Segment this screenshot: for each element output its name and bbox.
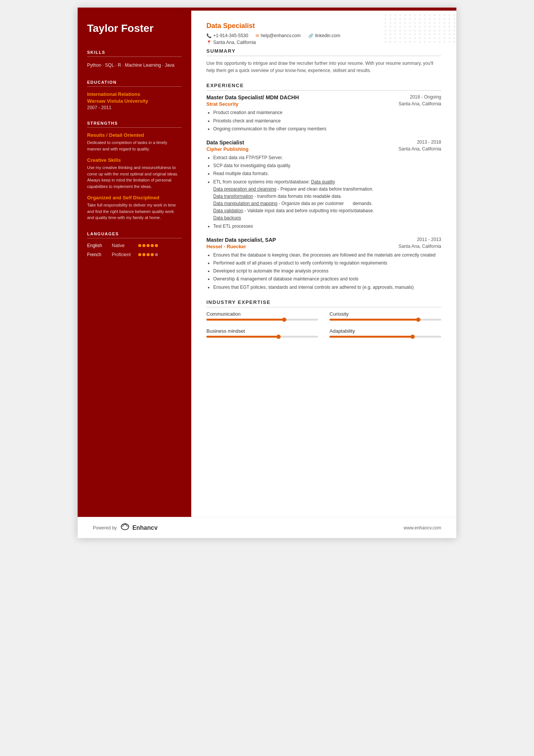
dot-5 <box>155 244 158 247</box>
dot-f5 <box>155 253 158 256</box>
enhancv-logo: Enhancv <box>120 523 158 532</box>
expertise-bar-bg-business <box>206 336 318 338</box>
decorative-dot <box>453 22 455 24</box>
enhancv-brand: Enhancv <box>132 524 158 531</box>
exp-header-2: Data Specialist 2013 - 2018 <box>206 139 441 146</box>
bullet-1-2: Pricelists check and maintenance <box>213 117 441 125</box>
decorative-dot <box>443 26 445 28</box>
expertise-label-curiosity: Curiosity <box>329 311 441 317</box>
linkedin-item: 🔗 linkedin.com <box>308 33 340 38</box>
skills-items: Python · SQL · R · Machine Learning · Ja… <box>87 61 182 70</box>
decorative-dot <box>409 18 411 20</box>
exp-date-1: 2018 - Ongoing <box>410 94 441 100</box>
bullet-2-1: Extract data via FTP/SFTP Server. <box>213 154 441 161</box>
languages-title: LANGUAGES <box>87 232 182 238</box>
expertise-bar-bg-communication <box>206 319 318 321</box>
bullet-3-1: Ensures that the database is keeping cle… <box>213 252 441 259</box>
dot-f4 <box>151 253 154 256</box>
decorative-dot <box>404 18 406 20</box>
decorative-dot <box>453 33 455 35</box>
bullet-3-4: Ownership & management of database maint… <box>213 275 441 283</box>
expertise-curiosity: Curiosity <box>329 311 441 321</box>
main-content: Data Specialist 📞 +1-914-345-5530 ✉ help… <box>191 11 456 517</box>
lang-dots-english <box>138 244 158 247</box>
decorative-dot <box>419 14 421 16</box>
education-university: Warsaw Vistula University <box>87 98 182 104</box>
decorative-dot <box>429 14 431 16</box>
resume-container: Taylor Foster SKILLS Python · SQL · R · … <box>78 8 456 538</box>
expertise-label-business: Business mindset <box>206 328 318 334</box>
lang-dots-french <box>138 253 158 256</box>
resume-body: Taylor Foster SKILLS Python · SQL · R · … <box>78 11 456 517</box>
bullet-1-1: Product creation and maintenance <box>213 109 441 116</box>
exp-location-3: Santa Ana, California <box>398 244 441 249</box>
decorative-dot <box>419 18 421 20</box>
decorative-dot <box>448 30 450 31</box>
strength-desc-3: Take full responsibility to deliver my w… <box>87 202 182 221</box>
decorative-dot <box>453 30 455 31</box>
decorative-dot <box>434 18 436 20</box>
strength-name-3: Organized and Self Disciplined <box>87 195 182 200</box>
decorative-dot <box>443 22 445 24</box>
decorative-dot <box>448 33 450 35</box>
strength-desc-2: Use my creative thinking and resourceful… <box>87 164 182 189</box>
lang-name-french: French <box>87 252 112 257</box>
dot-3 <box>147 244 150 247</box>
location-item: 📍 Santa Ana, California <box>206 40 256 45</box>
powered-by-text: Powered by <box>93 525 117 531</box>
lang-level-french: Proficient <box>112 252 138 257</box>
language-row-french: French Proficient <box>87 252 182 257</box>
decorative-dot <box>448 37 450 39</box>
decorative-dot <box>448 22 450 24</box>
dot-1 <box>138 244 141 247</box>
bullet-3-5: Ensures that EGT policies, standards and… <box>213 284 441 291</box>
contact-line-2: 📍 Santa Ana, California <box>206 40 441 45</box>
phone-value: +1-914-345-5530 <box>213 33 248 38</box>
header-section: Data Specialist 📞 +1-914-345-5530 ✉ help… <box>206 22 441 45</box>
top-bar <box>78 8 456 11</box>
etl-data-prep: Data preparation and cleansing <box>213 186 276 192</box>
decorative-dot <box>439 18 440 20</box>
decorative-dot <box>448 18 450 20</box>
person-name: Taylor Foster <box>87 22 182 35</box>
exp-location-2: Santa Ana, California <box>398 146 441 152</box>
exp-company-1: Strat Security <box>206 101 239 107</box>
education-title: EDUCATION <box>87 80 182 87</box>
skills-section: SKILLS Python · SQL · R · Machine Learni… <box>87 50 182 70</box>
strength-name-2: Creative Skills <box>87 157 182 163</box>
exp-header-3: Master Data specialist, SAP 2011 - 2013 <box>206 237 441 243</box>
decorative-dot <box>414 14 416 16</box>
name-section: Taylor Foster <box>87 22 182 35</box>
phone-icon: 📞 <box>206 33 212 38</box>
etl-data-quality: Data quality <box>311 179 335 185</box>
lang-name-english: English <box>87 243 112 248</box>
exp-company-row-2: Cipher Publishing Santa Ana, California <box>206 146 441 152</box>
email-value: help@enhancv.com <box>261 33 300 38</box>
bullet-2-5: Test ETL processes <box>213 223 441 230</box>
expertise-bar-fill-curiosity <box>329 319 419 321</box>
bullet-2-3: Read multiple data formats. <box>213 170 441 177</box>
expertise-bar-bg-adaptability <box>329 336 441 338</box>
decorative-dot <box>389 18 391 20</box>
exp-header-1: Master Data Specialist/ MDM DACHH 2018 -… <box>206 94 441 100</box>
exp-bullets-3: Ensures that the database is keeping cle… <box>206 252 441 291</box>
etl-data-transform: Data transformation <box>213 194 253 199</box>
dot-2 <box>142 244 145 247</box>
dot-4 <box>151 244 154 247</box>
decorative-dot <box>443 41 445 43</box>
bullet-2-2: SCP data for investigating data quality. <box>213 162 441 169</box>
location-icon: 📍 <box>206 40 212 45</box>
dot-f3 <box>147 253 150 256</box>
skills-title: SKILLS <box>87 50 182 57</box>
exp-entry-1: Master Data Specialist/ MDM DACHH 2018 -… <box>206 94 441 133</box>
expertise-title: INDUSTRY EXPERTISE <box>206 299 441 307</box>
decorative-dot <box>453 37 455 39</box>
strength-name-1: Results / Detail Oriented <box>87 132 182 138</box>
phone-item: 📞 +1-914-345-5530 <box>206 33 248 38</box>
bullet-2-4: ETL from source systems into reports/dat… <box>213 178 441 222</box>
lang-level-english: Native <box>112 243 138 248</box>
exp-company-row-3: Hessel - Ruecker Santa Ana, California <box>206 244 441 249</box>
sidebar: Taylor Foster SKILLS Python · SQL · R · … <box>78 11 191 517</box>
decorative-dot <box>443 18 445 20</box>
decorative-dot <box>443 33 445 35</box>
